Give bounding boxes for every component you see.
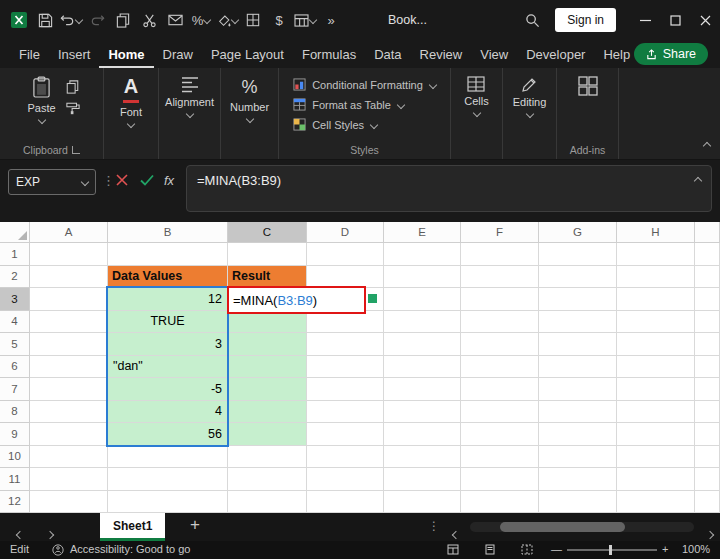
horizontal-scrollbar-thumb[interactable] [500,522,625,532]
cell[interactable] [695,311,720,334]
cell[interactable] [461,311,539,334]
cell[interactable] [307,468,384,491]
sheet-nav-right-icon[interactable] [46,524,53,542]
cell[interactable] [461,491,539,514]
col-header-E[interactable]: E [384,222,461,243]
cell[interactable] [30,333,108,356]
editing-dropdown-icon[interactable] [526,110,534,118]
cell[interactable] [384,446,461,469]
col-header-F[interactable]: F [461,222,539,243]
tab-developer[interactable]: Developer [517,40,594,68]
cell[interactable] [539,446,617,469]
cell[interactable] [539,311,617,334]
percent-dropdown-icon[interactable] [203,16,211,24]
cut-icon[interactable] [136,0,162,40]
add-sheet-button[interactable]: + [190,515,200,535]
conditional-formatting-button[interactable]: Conditional Formatting [293,78,436,91]
copy-button[interactable] [66,80,80,94]
cell[interactable] [539,243,617,266]
close-button[interactable] [690,0,720,40]
cell[interactable] [108,243,228,266]
cell[interactable] [384,333,461,356]
cell[interactable] [384,378,461,401]
cell[interactable] [30,378,108,401]
page-layout-view-icon[interactable] [484,544,496,555]
cell[interactable] [461,356,539,379]
percent-format-icon[interactable]: % [188,0,214,40]
col-header-H[interactable]: H [617,222,695,243]
cell[interactable] [461,266,539,289]
cell-C6[interactable] [228,356,307,379]
cell[interactable] [461,423,539,446]
cell[interactable] [307,266,384,289]
font-group-button[interactable]: A Font [114,74,148,129]
cell[interactable] [695,288,720,311]
cell[interactable] [539,378,617,401]
cell[interactable] [108,491,228,514]
maximize-button[interactable] [660,0,690,40]
row-header-9[interactable]: 9 [0,423,30,446]
borders-icon[interactable] [240,0,266,40]
cell[interactable] [30,288,108,311]
sheet-nav-left-icon[interactable] [16,524,23,542]
cell[interactable] [539,401,617,424]
zoom-slider[interactable] [567,549,657,551]
cell[interactable] [695,491,720,514]
cell-styles-dropdown-icon[interactable] [370,120,378,128]
cell[interactable] [228,243,307,266]
cells-group-button[interactable]: Cells [458,74,494,118]
horizontal-scrollbar[interactable] [470,522,694,532]
ribbon-collapse-icon[interactable] [703,135,710,153]
cell[interactable] [384,356,461,379]
cell[interactable] [617,243,695,266]
cell-B9[interactable]: 56 [108,423,228,446]
cell-C5[interactable] [228,333,307,356]
cell[interactable] [539,423,617,446]
cell-C9[interactable] [228,423,307,446]
cell[interactable] [384,288,461,311]
cell[interactable] [617,288,695,311]
cell[interactable] [617,491,695,514]
format-table-dropdown-icon[interactable] [309,16,317,24]
cell[interactable] [307,356,384,379]
cell[interactable] [228,446,307,469]
normal-view-icon[interactable] [447,544,459,555]
cell-B5[interactable]: 3 [108,333,228,356]
tab-formulas[interactable]: Formulas [293,40,365,68]
tab-help[interactable]: Help [594,40,639,68]
col-header-G[interactable]: G [539,222,617,243]
cell[interactable] [228,468,307,491]
cell-B7[interactable]: -5 [108,378,228,401]
font-dropdown-icon[interactable] [127,120,135,128]
cell[interactable] [461,378,539,401]
insert-function-icon[interactable]: fx [164,173,174,188]
cell-B8[interactable]: 4 [108,401,228,424]
cell[interactable] [384,266,461,289]
cell[interactable] [539,468,617,491]
format-as-table-button[interactable]: Format as Table [293,98,436,111]
cell[interactable] [30,491,108,514]
cell-B2[interactable]: Data Values [108,266,228,289]
sign-in-button[interactable]: Sign in [555,8,616,32]
cell[interactable] [617,401,695,424]
cell[interactable] [384,311,461,334]
fill-handle[interactable] [368,294,377,303]
tab-home[interactable]: Home [99,40,153,68]
cell[interactable] [30,468,108,491]
cell[interactable] [539,266,617,289]
cell[interactable] [617,468,695,491]
row-header-3[interactable]: 3 [0,288,30,311]
row-header-5[interactable]: 5 [0,333,30,356]
editing-cell[interactable]: =MINA(B3:B9) [227,286,366,314]
format-as-table-dropdown-icon[interactable] [397,100,405,108]
cell[interactable] [384,401,461,424]
cell[interactable] [108,446,228,469]
hscroll-right-icon[interactable] [706,524,713,542]
row-header-11[interactable]: 11 [0,468,30,491]
cell[interactable] [307,243,384,266]
undo-icon[interactable] [58,0,84,40]
cell-styles-button[interactable]: Cell Styles [293,118,436,131]
share-button[interactable]: Share [634,43,708,65]
tab-insert[interactable]: Insert [49,40,100,68]
cell[interactable] [695,446,720,469]
